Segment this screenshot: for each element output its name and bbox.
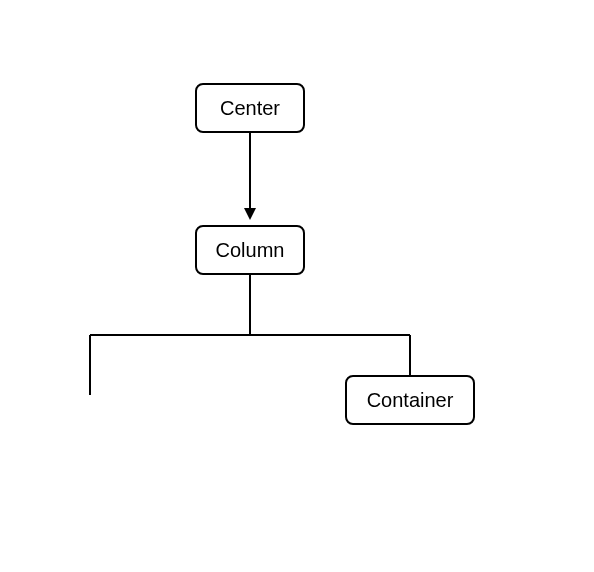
node-label: Center [220,97,280,120]
node-center: Center [195,83,305,133]
node-column: Column [195,225,305,275]
node-label: Container [367,389,454,412]
node-container: Container [345,375,475,425]
diagram-canvas: Center Column Container [0,0,594,572]
node-label: Column [216,239,285,262]
